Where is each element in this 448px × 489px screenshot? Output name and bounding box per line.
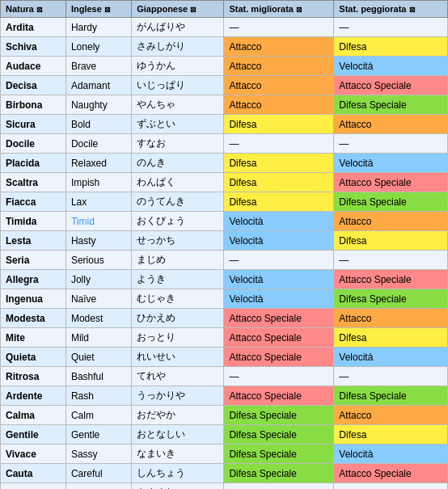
cell-stat-migliorata: Attacco [224,76,334,95]
cell-giapponese: おくびょう [132,212,224,231]
cell-stat-migliorata: — [224,367,334,386]
cell-giapponese: ようき [132,270,224,289]
cell-stat-peggiorata: Velocità [334,445,448,464]
cell-stat-peggiorata: Difesa [334,328,448,348]
sort-icon[interactable]: ⊠ [104,6,111,14]
cell-stat-migliorata: Difesa Speciale [224,406,334,425]
cell-natura: Seria [1,251,66,270]
cell-stat-peggiorata: Attacco Speciale [334,464,448,483]
cell-stat-migliorata: Difesa Speciale [224,445,334,464]
cell-inglese: Modest [66,309,131,328]
cell-stat-migliorata: Difesa [224,173,334,192]
cell-giapponese: まじめ [132,251,224,270]
cell-inglese: Bashful [66,367,131,386]
cell-stat-migliorata: Difesa Speciale [224,425,334,445]
cell-natura: Lesta [1,231,66,251]
cell-stat-migliorata: Difesa Speciale [224,464,334,483]
table-row: PlacidaRelaxedのんきDifesaVelocità [1,154,448,173]
column-header-natura[interactable]: Natura ⊠ [1,1,66,18]
cell-natura: Ardente [1,386,66,406]
cell-giapponese: のうてんき [132,192,224,212]
table-row: ScaltraImpishわんぱくDifesaAttacco Speciale [1,173,448,192]
cell-stat-peggiorata: Attacco Speciale [334,76,448,95]
cell-giapponese: せっかち [132,231,224,251]
cell-stat-migliorata: Velocità [224,289,334,309]
table-row: GentileGentleおとなしいDifesa SpecialeDifesa [1,425,448,445]
cell-inglese: Hardy [66,18,131,37]
table-row: ModestaModestひかえめAttacco SpecialeAttacco [1,309,448,328]
cell-stat-peggiorata: Velocità [334,154,448,173]
sort-icon[interactable]: ⊠ [190,6,197,14]
cell-giapponese: むじゃき [132,289,224,309]
table-row: IngenuaNaïveむじゃきVelocitàDifesa Speciale [1,289,448,309]
cell-giapponese: なまいき [132,445,224,464]
cell-inglese: Timid [66,212,131,231]
cell-natura: Mite [1,328,66,348]
table-row: FiaccaLaxのうてんきDifesaDifesa Speciale [1,192,448,212]
cell-stat-migliorata: Attacco [224,95,334,115]
sort-icon[interactable]: ⊠ [296,6,302,14]
cell-inglese: Quirky [66,483,131,490]
cell-stat-migliorata: Attacco Speciale [224,328,334,348]
cell-stat-peggiorata: Attacco [334,309,448,328]
cell-giapponese: おだやか [132,406,224,425]
cell-stat-peggiorata: — [334,367,448,386]
cell-natura: Fiacca [1,192,66,212]
table-row: SeriaSeriousまじめ—— [1,251,448,270]
cell-stat-peggiorata: — [334,18,448,37]
cell-stat-peggiorata: Attacco [334,212,448,231]
table-row: VivaceSassyなまいきDifesa SpecialeVelocità [1,445,448,464]
cell-stat-migliorata: Velocità [224,231,334,251]
cell-natura: Ritrosa [1,367,66,386]
column-header-giapponese[interactable]: Giapponese ⊠ [132,1,224,18]
column-header-statpeggiorata[interactable]: Stat. peggiorata ⊠ [334,1,448,18]
column-header-statmigliorata[interactable]: Stat. migliorata ⊠ [224,1,334,18]
cell-natura: Ingenua [1,289,66,309]
cell-inglese: Lax [66,192,131,212]
cell-giapponese: うっかりや [132,386,224,406]
cell-stat-peggiorata: Difesa Speciale [334,386,448,406]
cell-natura: Birbona [1,95,66,115]
cell-giapponese: ひかえめ [132,309,224,328]
cell-inglese: Relaxed [66,154,131,173]
cell-giapponese: しんちょう [132,464,224,483]
cell-natura: Allegra [1,270,66,289]
cell-inglese: Brave [66,57,131,76]
cell-stat-migliorata: — [224,18,334,37]
cell-natura: Placida [1,154,66,173]
table-row: QuietaQuietれいせいAttacco SpecialeVelocità [1,348,448,367]
cell-giapponese: わんぱく [132,173,224,192]
cell-stat-peggiorata: Difesa [334,425,448,445]
table-row: TimidaTimidおくびょうVelocitàAttacco [1,212,448,231]
cell-stat-peggiorata: Difesa Speciale [334,289,448,309]
table-row: ArditaHardyがんばりや—— [1,18,448,37]
cell-stat-migliorata: — [224,251,334,270]
cell-inglese: Quiet [66,348,131,367]
cell-stat-peggiorata: Velocità [334,348,448,367]
cell-natura: Calma [1,406,66,425]
cell-stat-migliorata: Velocità [224,212,334,231]
cell-stat-peggiorata: Attacco [334,115,448,134]
cell-stat-peggiorata: — [334,483,448,490]
cell-natura: Scaltra [1,173,66,192]
table-row: SchivaLonelyさみしがりAttaccoDifesa [1,37,448,57]
cell-natura: Ardita [1,18,66,37]
cell-stat-peggiorata: Attacco Speciale [334,270,448,289]
cell-inglese: Mild [66,328,131,348]
cell-stat-peggiorata: — [334,134,448,154]
sort-icon[interactable]: ⊠ [36,6,43,14]
cell-stat-peggiorata: — [334,251,448,270]
sort-icon[interactable]: ⊠ [409,6,416,14]
column-header-inglese[interactable]: Inglese ⊠ [66,1,131,18]
cell-stat-migliorata: — [224,483,334,490]
cell-giapponese: おとなしい [132,425,224,445]
cell-stat-peggiorata: Attacco [334,406,448,425]
cell-stat-migliorata: Difesa [224,154,334,173]
cell-stat-migliorata: Attacco [224,37,334,57]
cell-giapponese: ずぶとい [132,115,224,134]
cell-natura: Cauta [1,464,66,483]
cell-natura: Modesta [1,309,66,328]
cell-stat-migliorata: Attacco Speciale [224,348,334,367]
cell-giapponese: やんちゃ [132,95,224,115]
cell-giapponese: てれや [132,367,224,386]
